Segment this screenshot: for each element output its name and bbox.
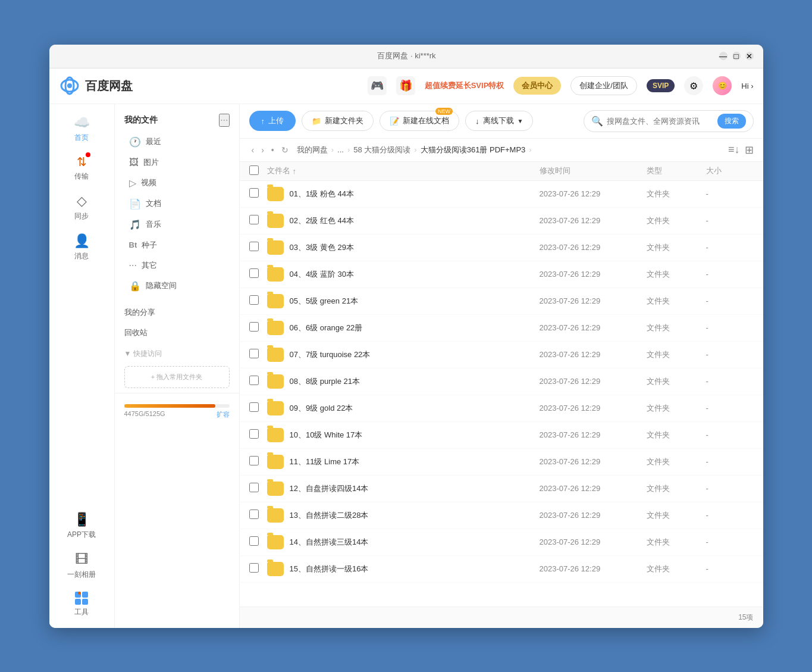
table-row[interactable]: 01、1级 粉色 44本 2023-07-26 12:29 文件夹 - xyxy=(240,181,763,208)
table-row[interactable]: 15、自然拼读一级16本 2023-07-26 12:29 文件夹 - xyxy=(240,556,763,583)
table-row[interactable]: 13、自然拼读二级28本 2023-07-26 12:29 文件夹 - xyxy=(240,502,763,529)
row-checkbox[interactable] xyxy=(249,349,259,358)
sidebar-item-message[interactable]: 👤 消息 xyxy=(55,227,108,267)
table-row[interactable]: 14、自然拼读三级14本 2023-07-26 12:29 文件夹 - xyxy=(240,529,763,556)
left-item-music[interactable]: 🎵 音乐 xyxy=(120,214,234,235)
sidebar-item-transfer[interactable]: ⇅ 传输 xyxy=(55,149,108,187)
left-item-video[interactable]: ▷ 视频 xyxy=(120,173,234,193)
file-name-text: 11、11级 Lime 17本 xyxy=(290,457,360,467)
row-checkbox[interactable] xyxy=(249,510,259,519)
enterprise-button[interactable]: 创建企业/团队 xyxy=(570,76,637,95)
left-item-other-label: 其它 xyxy=(142,260,157,271)
file-name-cell: 10、10级 White 17本 xyxy=(267,428,540,442)
left-item-pictures[interactable]: 🖼 图片 xyxy=(120,152,234,173)
breadcrumb-root[interactable]: 我的网盘 xyxy=(297,145,328,155)
table-row[interactable]: 02、2级 红色 44本 2023-07-26 12:29 文件夹 - xyxy=(240,208,763,235)
row-checkbox[interactable] xyxy=(249,429,259,439)
breadcrumb-ellipsis[interactable]: ... xyxy=(337,145,344,154)
select-all-checkbox[interactable] xyxy=(249,165,259,175)
left-item-bt-label: 种子 xyxy=(142,240,157,251)
file-date: 2023-07-26 12:29 xyxy=(540,537,647,546)
row-checkbox[interactable] xyxy=(249,268,259,278)
table-row[interactable]: 07、7级 turquoise 22本 2023-07-26 12:29 文件夹… xyxy=(240,342,763,368)
drop-area[interactable]: + 拖入常用文件夹 xyxy=(124,366,230,388)
nav-back-button[interactable]: ‹ xyxy=(249,144,257,156)
sidebar-item-sync[interactable]: ◇ 同步 xyxy=(55,187,108,227)
table-row[interactable]: 12、自盘拼读四级14本 2023-07-26 12:29 文件夹 - xyxy=(240,476,763,502)
music-icon: 🎵 xyxy=(129,219,141,230)
left-item-other[interactable]: ··· 其它 xyxy=(120,255,234,276)
table-row[interactable]: 04、4级 蓝阶 30本 2023-07-26 12:29 文件夹 - xyxy=(240,261,763,288)
close-button[interactable]: ✕ xyxy=(745,52,754,60)
sidebar-item-home[interactable]: ☁️ 首页 xyxy=(55,109,108,149)
table-row[interactable]: 09、9级 gold 22本 2023-07-26 12:29 文件夹 - xyxy=(240,395,763,422)
new-folder-button[interactable]: 📁 新建文件夹 xyxy=(302,111,374,131)
left-item-hidden[interactable]: 🔒 隐藏空间 xyxy=(120,276,234,296)
row-checkbox[interactable] xyxy=(249,242,259,251)
breadcrumb-level1[interactable]: 58 大猫分级阅读 xyxy=(353,145,410,155)
sidebar-item-app[interactable]: 📱 APP下载 xyxy=(55,506,108,546)
gift-button[interactable]: 🎁 xyxy=(396,76,415,95)
grid-view-button[interactable]: ⊞ xyxy=(745,143,754,157)
file-name-cell: 08、8级 purple 21本 xyxy=(267,374,540,389)
nav-refresh-button[interactable]: ↻ xyxy=(279,144,291,156)
upload-button[interactable]: ↑ 上传 xyxy=(249,111,296,131)
left-item-recent[interactable]: 🕐 最近 xyxy=(120,132,234,152)
left-item-bt[interactable]: Bt 种子 xyxy=(120,235,234,255)
file-name-text: 04、4级 蓝阶 30本 xyxy=(290,269,354,280)
left-item-docs[interactable]: 📄 文档 xyxy=(120,193,234,214)
maximize-button[interactable]: □ xyxy=(732,52,741,60)
sidebar-item-tools[interactable]: 工具 xyxy=(55,586,108,623)
avatar[interactable]: 😊 xyxy=(713,76,732,95)
file-size: - xyxy=(706,564,754,573)
new-doc-button[interactable]: 📝 新建在线文档 NEW xyxy=(380,111,459,131)
hi-text[interactable]: Hi › xyxy=(741,82,753,90)
expand-button[interactable]: 扩容 xyxy=(217,410,230,419)
row-checkbox[interactable] xyxy=(249,376,259,385)
row-checkbox[interactable] xyxy=(249,188,259,198)
table-row[interactable]: 10、10级 White 17本 2023-07-26 12:29 文件夹 - xyxy=(240,422,763,449)
row-checkbox[interactable] xyxy=(249,402,259,412)
row-checkbox[interactable] xyxy=(249,215,259,224)
table-row[interactable]: 08、8级 purple 21本 2023-07-26 12:29 文件夹 - xyxy=(240,368,763,395)
table-row[interactable]: 11、11级 Lime 17本 2023-07-26 12:29 文件夹 - xyxy=(240,449,763,476)
header-type: 类型 xyxy=(647,165,706,176)
row-checkbox-cell xyxy=(249,349,267,361)
vip-promo[interactable]: 超值续费延长SVIP特权 xyxy=(425,80,504,91)
sidebar-item-album[interactable]: 🎞 一刻相册 xyxy=(55,546,108,586)
game-button[interactable]: 🎮 xyxy=(368,76,387,95)
search-input[interactable] xyxy=(607,117,714,126)
offline-button[interactable]: ↓ 离线下载 ▼ xyxy=(465,111,533,131)
file-name-text: 15、自然拼读一级16本 xyxy=(290,564,369,574)
transfer-icon: ⇅ xyxy=(77,155,87,169)
minimize-button[interactable]: — xyxy=(719,52,728,60)
other-icon: ··· xyxy=(129,260,137,271)
row-checkbox[interactable] xyxy=(249,483,259,492)
table-row[interactable]: 06、6级 orange 22册 2023-07-26 12:29 文件夹 - xyxy=(240,315,763,342)
table-row[interactable]: 05、5级 green 21本 2023-07-26 12:29 文件夹 - xyxy=(240,288,763,315)
row-checkbox-cell xyxy=(249,483,267,495)
my-share-link[interactable]: 我的分享 xyxy=(115,302,239,323)
table-row[interactable]: 03、3级 黄色 29本 2023-07-26 12:29 文件夹 - xyxy=(240,235,763,261)
svip-badge[interactable]: SVIP xyxy=(647,79,675,92)
recycle-link[interactable]: 回收站 xyxy=(115,323,239,343)
nav-forward-button[interactable]: › xyxy=(259,144,267,156)
sort-button[interactable]: ≡↓ xyxy=(728,143,740,156)
vip-center-button[interactable]: 会员中心 xyxy=(513,77,561,95)
left-panel-more-button[interactable]: ··· xyxy=(219,114,229,127)
file-date: 2023-07-26 12:29 xyxy=(540,484,647,493)
row-checkbox[interactable] xyxy=(249,322,259,332)
row-checkbox[interactable] xyxy=(249,295,259,305)
row-checkbox[interactable] xyxy=(249,536,259,546)
folder-icon xyxy=(267,562,284,576)
main-window: 百度网盘 · ki***rk — □ ✕ 百度网盘 🎮 🎁 超值续费延长SVIP… xyxy=(49,45,763,628)
svg-point-2 xyxy=(67,83,72,88)
search-button[interactable]: 搜索 xyxy=(717,114,746,129)
logo[interactable]: 百度网盘 xyxy=(59,75,133,96)
breadcrumb-sep2: › xyxy=(347,145,350,154)
row-checkbox[interactable] xyxy=(249,456,259,465)
settings-button[interactable]: ⚙ xyxy=(684,76,703,95)
nav-dot-button[interactable]: • xyxy=(269,144,277,156)
total-count: 15项 xyxy=(738,612,753,623)
row-checkbox[interactable] xyxy=(249,563,259,573)
